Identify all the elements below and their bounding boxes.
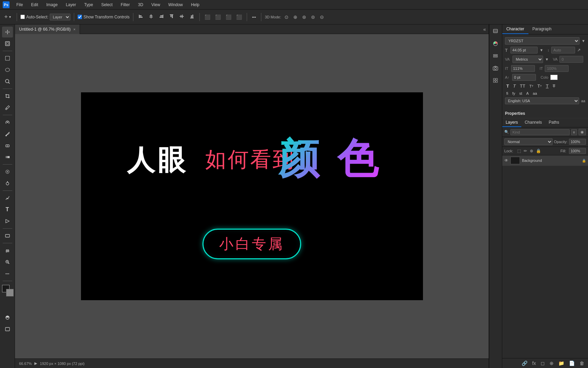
3d-roll-btn[interactable]: ⊕ (292, 14, 299, 20)
align-center-v-btn[interactable] (178, 13, 186, 21)
all-caps-btn[interactable]: TT (519, 83, 527, 89)
3d-scale-btn[interactable]: ⊝ (318, 14, 325, 20)
faux-bold-btn[interactable]: T (505, 83, 510, 89)
document-tab[interactable]: Untitled-1 @ 66.7% (RGB/8) × (15, 25, 80, 34)
path-select-tool[interactable] (2, 216, 13, 227)
opacity-input[interactable] (569, 139, 586, 145)
gradient-tool[interactable] (2, 152, 13, 163)
menu-type[interactable]: Type (83, 2, 94, 8)
lasso-tool[interactable] (2, 64, 13, 75)
text-color-swatch[interactable] (550, 75, 558, 80)
language-select[interactable]: English: USA (505, 97, 579, 104)
move-tool-button[interactable]: ✛ ▼ (3, 14, 13, 20)
distribute-v-btn[interactable]: ⬛ (214, 14, 222, 20)
menu-image[interactable]: Image (45, 2, 59, 8)
menu-view[interactable]: View (150, 2, 162, 8)
3d-pan-btn[interactable]: ⊛ (301, 14, 308, 20)
baseline-input[interactable] (512, 74, 536, 81)
ligature-btn[interactable]: fi (505, 91, 510, 96)
align-left-btn[interactable] (137, 13, 145, 21)
distribute-h2-btn[interactable]: ⬛ (224, 14, 233, 20)
artboard-tool[interactable] (2, 38, 13, 49)
auto-select-checkbox[interactable] (20, 15, 25, 19)
quick-mask-toggle[interactable] (2, 312, 13, 323)
align-top-btn[interactable] (167, 13, 176, 21)
more-options-btn[interactable]: ••• (250, 14, 258, 20)
brush-tool[interactable] (2, 128, 13, 139)
lock-image-btn[interactable]: ✏ (524, 149, 527, 153)
ordinal-btn[interactable]: st (518, 91, 524, 96)
discretionary-btn[interactable]: aa (532, 91, 538, 96)
link-layers-btn[interactable]: 🔗 (520, 360, 529, 367)
blend-mode-select[interactable]: Normal Multiply Screen (504, 138, 553, 145)
lock-position-btn[interactable]: ⊕ (530, 149, 533, 153)
menu-filter[interactable]: Filter (119, 2, 131, 8)
tab-layers[interactable]: Layers (502, 118, 521, 127)
font-family-dropdown-arrow[interactable]: ▼ (582, 39, 585, 43)
kerning-dropdown[interactable]: ▼ (545, 57, 549, 61)
align-center-h-btn[interactable] (147, 13, 155, 21)
auto-select-dropdown[interactable]: Layer Group (50, 14, 70, 20)
mask-btn[interactable]: ◻ (539, 360, 546, 367)
font-family-select[interactable]: YRDZST (505, 37, 579, 45)
menu-file[interactable]: File (15, 2, 24, 8)
scale-h-input[interactable] (511, 65, 535, 72)
new-layer-btn[interactable]: 📄 (567, 360, 576, 367)
history-panel-icon[interactable] (491, 27, 500, 36)
align-right-btn[interactable] (157, 13, 165, 21)
leading-input[interactable] (551, 47, 575, 53)
menu-help[interactable]: Help (190, 2, 201, 8)
fill-input[interactable] (569, 148, 586, 154)
layer-filter-btn[interactable]: ≡ (571, 129, 577, 135)
tracking-input[interactable] (559, 56, 583, 63)
3d-slide-btn[interactable]: ⊜ (310, 14, 316, 20)
marquee-tool[interactable] (2, 53, 13, 64)
crop-tool[interactable] (2, 91, 13, 102)
small-caps-btn[interactable]: TT (528, 83, 535, 89)
spot-heal-tool[interactable] (2, 117, 13, 128)
camera-panel-icon[interactable] (491, 63, 500, 73)
tab-close-btn[interactable]: × (74, 27, 76, 31)
layer-item-background[interactable]: 👁 Background 🔒 (502, 155, 588, 166)
tab-paths[interactable]: Paths (545, 118, 563, 127)
menu-3d[interactable]: 3D (136, 2, 144, 8)
show-transform-checkbox[interactable] (78, 15, 82, 19)
layers-panel-icon[interactable] (491, 51, 500, 61)
type-tool[interactable]: T (2, 204, 13, 215)
swatches-panel-icon[interactable] (491, 39, 500, 48)
screen-mode-toggle[interactable] (2, 324, 13, 335)
lock-artboard-btn[interactable]: 🔒 (536, 149, 541, 153)
panel-collapse-btn[interactable]: « (480, 27, 489, 32)
lock-transparent-btn[interactable]: ⬚ (517, 149, 521, 153)
layer-visibility-eye[interactable]: 👁 (504, 158, 508, 163)
background-color[interactable] (6, 289, 14, 296)
shape-tool[interactable] (2, 230, 13, 241)
distribute-v2-btn[interactable]: ⬛ (235, 14, 243, 20)
oldstyle-btn[interactable]: fy (511, 91, 517, 96)
properties-panel-icon[interactable] (491, 76, 500, 85)
tab-paragraph[interactable]: Paragraph (528, 25, 556, 34)
3d-rotate-btn[interactable]: ⊙ (283, 14, 290, 20)
extra-tools-btn[interactable]: ••• (2, 268, 13, 279)
strikethrough-btn[interactable]: T (551, 83, 557, 89)
tab-character[interactable]: Character (502, 25, 528, 34)
hand-tool[interactable] (2, 245, 13, 256)
menu-layer[interactable]: Layer (64, 2, 77, 8)
layer-search-input[interactable] (510, 129, 570, 135)
menu-select[interactable]: Select (100, 2, 114, 8)
leading-more-icon[interactable]: ↗ (577, 48, 581, 52)
swash-btn[interactable]: A (525, 91, 530, 96)
font-size-dropdown[interactable]: ▼ (540, 48, 543, 52)
menu-edit[interactable]: Edit (30, 2, 39, 8)
eyedropper-tool[interactable] (2, 102, 13, 113)
layer-visibility-filter-btn[interactable]: ◉ (578, 129, 586, 135)
move-tool[interactable] (2, 27, 13, 37)
underline-btn[interactable]: T (544, 83, 550, 89)
faux-italic-btn[interactable]: T (512, 83, 517, 89)
status-arrow[interactable]: ▶ (34, 361, 37, 366)
zoom-tool[interactable] (2, 257, 13, 267)
scale-v-input[interactable] (545, 65, 569, 72)
font-size-input[interactable] (510, 47, 538, 53)
canvas[interactable]: 人眼 如何看到 颜 色 小白专属 (81, 92, 423, 300)
blur-tool[interactable] (2, 166, 13, 177)
